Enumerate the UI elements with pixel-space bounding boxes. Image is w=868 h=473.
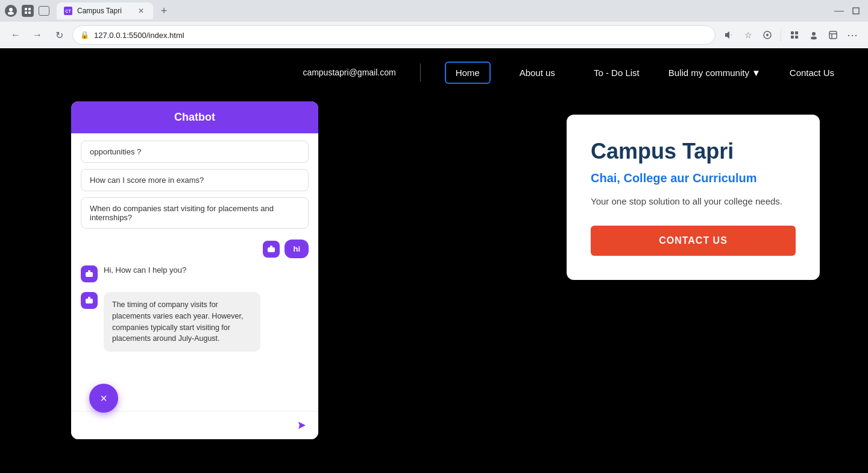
svg-rect-23 [88,270,90,272]
more-options-button[interactable]: ⋯ [844,27,861,43]
suggested-message-3[interactable]: When do companies start visiting for pla… [81,197,309,229]
nav-links: Home About us To - Do List Bulid my comm… [445,62,844,84]
back-button[interactable]: ← [7,27,24,43]
nav-todo[interactable]: To - Do List [584,63,649,83]
website-content: campustapri@gmail.com Home About us To -… [0,48,868,473]
robot-icon [263,241,280,258]
hero-card: Campus Tapri Chai, College aur Curriculu… [567,115,820,280]
tab-favicon: CT [64,7,72,15]
svg-rect-4 [25,11,27,14]
chatbot-header: Chatbot [71,101,318,133]
read-aloud-icon[interactable] [720,27,737,43]
user-message-row: hi [81,240,309,258]
svg-rect-24 [86,299,93,303]
hero-description: Your one stop solution to all your colle… [591,195,796,209]
close-icon: × [100,392,107,405]
favorites-icon[interactable]: ☆ [740,27,756,43]
chatbot-input[interactable] [78,417,288,434]
svg-rect-27 [88,297,90,299]
reload-button[interactable]: ↻ [51,27,68,43]
svg-point-0 [9,8,13,11]
bot-response-row: Hi, How can I help you? [81,265,309,282]
bot-bubble-container: Hi, How can I help you? [104,265,186,275]
svg-rect-6 [853,8,859,14]
nav-community-dropdown[interactable]: Bulid my community ▼ [668,68,761,78]
svg-point-13 [812,32,816,36]
hero-subtitle: Chai, College aur Curriculum [591,171,796,185]
svg-rect-9 [791,31,794,34]
chat-area: hi Hi, How can I help you? [81,235,309,357]
tab-title: Campus Tapri [77,7,122,15]
browser-extension2-icon[interactable] [786,27,803,43]
nav-divider [420,63,421,81]
svg-rect-16 [268,247,275,252]
security-icon: 🔒 [80,31,89,39]
bot-response-row-2: The timing of company visits for placeme… [81,292,309,352]
toolbar-divider [781,29,781,41]
user-bubble: hi [285,240,309,258]
bot-icon-2 [81,292,98,309]
forward-button[interactable]: → [29,27,46,43]
svg-rect-11 [791,36,794,39]
svg-point-8 [766,34,769,36]
hero-title: Campus Tapri [591,139,796,164]
maximize-button[interactable] [849,4,863,18]
collections-icon[interactable] [825,27,841,43]
svg-point-14 [811,37,817,40]
contact-email: campustapri@gmail.com [303,68,395,77]
profile-avatar-icon[interactable] [805,27,822,43]
tab-bar: CT Campus Tapri ✕ + — [0,0,868,22]
svg-rect-19 [270,246,272,247]
address-field[interactable]: 🔒 127.0.0.1:5500/index.html [72,25,715,45]
profile-icon[interactable] [5,5,17,17]
svg-rect-2 [25,8,27,10]
url-text: 127.0.0.1:5500/index.html [94,31,184,40]
chatbot-close-button[interactable]: × [89,384,118,413]
suggested-message-1[interactable]: opportunities ? [81,141,309,163]
svg-point-21 [87,274,89,275]
svg-marker-28 [298,422,306,429]
browser-chrome: CT Campus Tapri ✕ + — ← → ↻ 🔒 127.0.0.1:… [0,0,868,48]
bot-icon-1 [81,265,98,282]
nav-home[interactable]: Home [445,62,491,84]
bot-response-bubble: The timing of company visits for placeme… [104,292,260,352]
svg-rect-12 [795,36,798,39]
new-tab-button[interactable]: + [156,2,172,19]
window-icon[interactable] [39,6,49,16]
contact-us-button[interactable]: CONTACT US [591,226,796,256]
chatbot-title: Chatbot [174,111,215,124]
suggested-message-2[interactable]: How can I score more in exams? [81,169,309,191]
navbar: campustapri@gmail.com Home About us To -… [0,48,868,97]
svg-point-26 [90,300,92,302]
svg-rect-15 [829,31,837,39]
svg-point-17 [269,249,271,250]
toolbar-icons: ☆ ⋯ [720,27,861,43]
grid-icon[interactable] [22,5,34,17]
chatbot-messages: opportunities ? How can I score more in … [71,133,318,411]
svg-point-22 [90,274,92,275]
svg-point-25 [87,300,89,302]
browser-extension1-icon[interactable] [759,27,776,43]
svg-rect-3 [28,8,31,10]
svg-point-1 [8,12,14,15]
dropdown-chevron-icon: ▼ [752,68,761,78]
svg-rect-20 [86,272,93,277]
active-tab[interactable]: CT Campus Tapri ✕ [57,2,153,19]
svg-rect-5 [28,11,31,14]
send-button[interactable] [293,416,311,434]
address-bar: ← → ↻ 🔒 127.0.0.1:5500/index.html ☆ [0,22,868,48]
bot-greeting: Hi, How can I help you? [104,265,186,275]
svg-rect-10 [795,31,798,34]
minimize-button[interactable]: — [832,4,846,18]
nav-contact[interactable]: Contact Us [780,63,844,83]
nav-about[interactable]: About us [510,63,565,83]
tab-close-button[interactable]: ✕ [136,6,146,16]
svg-point-18 [272,249,274,250]
chatbot-input-row [71,411,318,439]
